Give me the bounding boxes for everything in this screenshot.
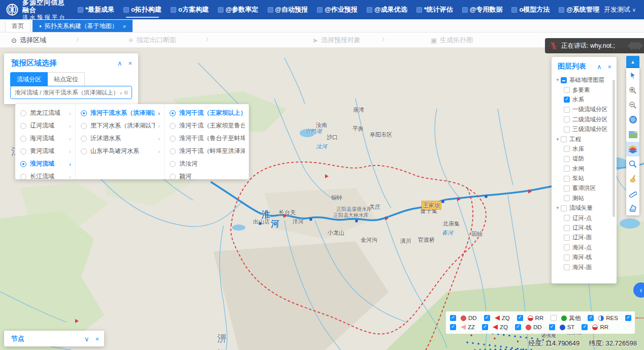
layer-item-basin-l1[interactable]: 一级流域分区 xyxy=(556,105,617,114)
legend-item-other[interactable]: 其他 xyxy=(551,314,581,322)
layer-item-liaohe-polygon[interactable]: 辽河-面 xyxy=(556,233,617,242)
checkbox[interactable] xyxy=(564,87,570,93)
layer-item-gauge-station[interactable]: 测站 xyxy=(556,194,617,203)
close-icon[interactable]: × xyxy=(128,59,132,67)
cascade-option-yishusi-system[interactable]: 沂沭泗水系› xyxy=(76,132,164,145)
layer-item-flood-detention[interactable]: 蓄滞洪区 xyxy=(556,183,617,193)
expand-arrow-icon[interactable]: ▼ xyxy=(556,137,561,142)
checkbox[interactable] xyxy=(564,107,570,113)
pointer-tool-icon[interactable] xyxy=(626,68,639,83)
checkbox[interactable] xyxy=(564,235,570,241)
cascade-option-haihe[interactable]: 海河流域› xyxy=(15,132,75,145)
checkbox[interactable] xyxy=(564,97,570,103)
checkbox[interactable] xyxy=(561,136,567,142)
checkbox[interactable] xyxy=(564,166,570,172)
nav-item-system-management[interactable]: @系统管理 xyxy=(554,0,604,19)
layer-group-basin-vector[interactable]: ▼流域矢量 xyxy=(556,203,617,213)
layer-item-haihe-point[interactable]: 海河-点 xyxy=(556,243,617,252)
legend-item-zq[interactable]: ZQ xyxy=(484,315,510,321)
nav-item-parameter-calibration[interactable]: @参数率定 xyxy=(213,0,263,19)
close-icon[interactable]: × xyxy=(123,23,126,29)
checkbox[interactable] xyxy=(564,116,570,122)
checkbox[interactable] xyxy=(549,324,555,330)
checkbox[interactable] xyxy=(515,324,521,330)
legend-item-dd2[interactable]: DD xyxy=(515,324,542,330)
checkbox[interactable] xyxy=(484,315,490,321)
layer-item-basin-l3[interactable]: 三级流域分区 xyxy=(556,124,617,134)
cascade-option-heilongjiang[interactable]: 黑龙江流域› xyxy=(15,107,75,119)
expand-arrow-icon[interactable]: ▼ xyxy=(556,206,561,210)
expand-arrow-icon[interactable]: ▼ xyxy=(556,78,561,82)
clear-broom-icon[interactable] xyxy=(626,171,639,186)
cascade-option-wangjiaba-lutaizi[interactable]: 淮河干流（王家坝至鲁台子） xyxy=(165,119,249,132)
layer-item-water-system[interactable]: 水系 xyxy=(556,95,617,105)
nav-item-statistical-evaluation[interactable]: *统计评估 xyxy=(412,0,458,19)
layer-item-dike[interactable]: 堤防 xyxy=(556,154,617,164)
step-outlet-section[interactable]: ✳ 指定出口断面 xyxy=(128,33,176,48)
checkbox[interactable] xyxy=(564,126,570,133)
cascade-option-huanghe[interactable]: 黄河流域› xyxy=(15,145,75,157)
nav-item-special-data[interactable]: @专用数据 xyxy=(458,0,507,19)
nav-item-model-method[interactable]: o模型方法 xyxy=(507,0,554,19)
legend-item-zq2[interactable]: ZQ xyxy=(482,324,508,330)
nav-item-latest-results[interactable]: *最新成果 xyxy=(73,0,119,19)
checkbox[interactable] xyxy=(564,195,570,201)
nav-item-result-selection[interactable]: @成果优选 xyxy=(362,0,412,19)
layer-item-haihe-polygon[interactable]: 海河-面 xyxy=(556,262,617,271)
collapse-icon[interactable]: ∧ xyxy=(117,59,122,67)
layer-item-liaohe-point[interactable]: 辽河-点 xyxy=(556,213,617,222)
close-icon[interactable]: × xyxy=(95,335,99,343)
legend-item-rr2[interactable]: RR xyxy=(582,324,608,330)
checkbox[interactable] xyxy=(551,315,557,321)
tab-topology-map[interactable]: ● 拓扑关系构建（基于地图） × xyxy=(33,20,133,32)
checkbox[interactable] xyxy=(482,324,488,330)
cascade-option-yinghe[interactable]: 颍河 xyxy=(165,170,249,179)
checkbox[interactable] xyxy=(450,315,456,321)
cascade-option-lutaizi-bengbu[interactable]: 淮河干流（鲁台子至蚌埠） xyxy=(165,132,249,145)
checkbox[interactable] xyxy=(564,146,570,152)
checkbox[interactable] xyxy=(564,176,570,182)
cascade-option-above-wangjiaba[interactable]: 淮河干流（王家坝以上） xyxy=(165,107,249,119)
cascade-option-liaohe[interactable]: 辽河流域› xyxy=(15,119,75,132)
cascade-option-huaihe-mainstem-system[interactable]: 淮河干流水系（洪泽湖以上）› xyxy=(76,107,164,119)
layer-item-liaohe-line[interactable]: 辽河-线 xyxy=(556,223,617,233)
checkbox[interactable] xyxy=(582,324,588,330)
layer-item-sluice[interactable]: 水闸 xyxy=(556,164,617,174)
clear-input-icon[interactable]: ⊗ xyxy=(123,89,128,96)
legend-item-res[interactable]: RES xyxy=(588,315,618,321)
step-forecast-objects[interactable]: ➤ 选择预报对象 xyxy=(312,33,361,48)
close-icon[interactable]: × xyxy=(607,63,611,71)
layer-item-basin-l2[interactable]: 二级流域分区 xyxy=(556,115,617,124)
legend-item-rr[interactable]: RR xyxy=(517,315,544,321)
layer-group-engineering[interactable]: ▼工程 xyxy=(556,134,617,144)
collapse-icon[interactable]: ∧ xyxy=(597,63,602,71)
measure-area-icon[interactable] xyxy=(626,201,639,215)
checkbox[interactable] xyxy=(625,315,631,321)
step-generate-topology[interactable]: ▣ 生成拓扑图 xyxy=(431,33,473,48)
search-icon[interactable] xyxy=(626,156,639,171)
zoom-out-icon[interactable] xyxy=(626,98,639,112)
layer-group-base-geo[interactable]: ▼基础地理图层 xyxy=(556,75,617,85)
checkbox[interactable] xyxy=(564,244,570,250)
tab-basin-partition[interactable]: 流域分区 xyxy=(10,72,48,87)
region-path-input[interactable]: 淮河流域 / 淮河干流水系（洪泽湖以上） / 淮河干流（王家坝... ⊗ xyxy=(10,86,132,99)
checkbox[interactable] xyxy=(517,315,523,321)
tab-station-locate[interactable]: 站点定位 xyxy=(48,72,85,87)
cascade-option-huaihe[interactable]: 淮河流域› xyxy=(15,157,75,170)
nav-item-scheme-build[interactable]: o方案构建 xyxy=(166,0,213,19)
user-menu[interactable]: 开发测试 ∨ xyxy=(604,5,644,14)
cascade-option-lixiahe-system[interactable]: 里下河水系（洪泽湖以下）› xyxy=(76,119,164,132)
zoom-in-icon[interactable] xyxy=(626,83,639,98)
checkbox[interactable] xyxy=(588,315,594,321)
checkbox[interactable] xyxy=(561,205,567,211)
checkbox[interactable] xyxy=(561,77,567,83)
checkbox[interactable] xyxy=(564,254,570,261)
cascade-option-changjiang[interactable]: 长江流域› xyxy=(15,170,75,179)
scrollbar[interactable] xyxy=(613,80,615,217)
legend-item-boundary[interactable]: 边界 xyxy=(625,314,644,322)
layer-item-reservoir[interactable]: 水库 xyxy=(556,144,617,154)
legend-item-dd[interactable]: DD xyxy=(450,315,477,321)
layers-icon[interactable] xyxy=(626,142,639,156)
toolbar-collapse-button[interactable]: ▲ xyxy=(626,56,639,68)
layer-item-pump-station[interactable]: 泵站 xyxy=(556,174,617,183)
